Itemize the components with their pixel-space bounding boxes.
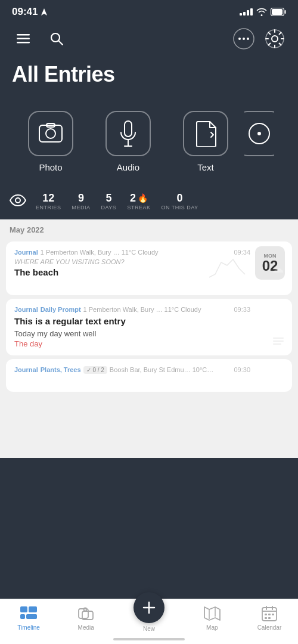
entry-plants[interactable]: Journal Plants, Trees ✓ 0 / 2 Boosh Bar,… (6, 359, 292, 392)
nav-timeline[interactable]: Timeline (0, 605, 57, 631)
map-icon (204, 605, 221, 622)
entry2-highlight: The day (14, 339, 284, 348)
stats-row: 12 ENTRIES 9 MEDIA 5 DAYS 2 🔥 STREAK 0 O… (0, 184, 298, 219)
svg-marker-0 (41, 8, 47, 16)
section-header: May 2022 (0, 219, 298, 238)
date-group: Journal 1 Pemberton Walk, Bury … 11°C Cl… (0, 242, 298, 392)
svg-rect-50 (265, 614, 267, 615)
battery-icon (271, 8, 286, 16)
new-label: New (143, 626, 155, 632)
entries-section: May 2022 Journal 1 Pemberton Walk, Bury … (0, 219, 298, 458)
lines-icon (273, 338, 284, 348)
nav-left (12, 27, 68, 50)
nav-calendar[interactable]: Calendar (241, 605, 298, 631)
status-icons (240, 8, 286, 16)
quick-add-section: Photo Audio Text (0, 99, 298, 184)
svg-rect-52 (272, 614, 274, 615)
svg-rect-54 (268, 617, 271, 619)
svg-line-20 (280, 44, 281, 45)
svg-point-30 (257, 132, 261, 135)
svg-point-31 (15, 198, 20, 203)
menu-button[interactable] (12, 27, 35, 50)
svg-rect-32 (273, 338, 284, 339)
svg-line-21 (280, 33, 281, 35)
entry3-check: ✓ 0 / 2 (83, 366, 107, 374)
stat-media: 9 MEDIA (72, 193, 91, 210)
entry1-graph (206, 242, 254, 295)
svg-rect-26 (125, 121, 132, 137)
audio-icon-box (105, 111, 151, 156)
photo-icon-box (28, 111, 73, 156)
svg-rect-53 (265, 617, 267, 619)
nav-right (232, 27, 286, 50)
new-add-button[interactable] (134, 592, 164, 623)
svg-rect-3 (272, 9, 283, 15)
timeline-label: Timeline (17, 624, 39, 631)
more-button[interactable] (232, 27, 255, 50)
eye-icon[interactable] (10, 194, 26, 209)
text-label: Text (197, 162, 214, 172)
svg-rect-38 (26, 614, 37, 619)
svg-point-41 (84, 608, 87, 611)
svg-point-14 (272, 36, 278, 42)
search-button[interactable] (45, 27, 68, 50)
entry2-time: 09:33 (234, 306, 250, 313)
page-title: All Entries (12, 62, 286, 87)
entry3-journal: Journal (14, 366, 38, 373)
nav-map[interactable]: Map (184, 605, 241, 631)
svg-rect-34 (273, 343, 281, 345)
nav-media[interactable]: Media (57, 605, 114, 631)
map-label: Map (206, 624, 218, 631)
photo-label: Photo (39, 162, 62, 172)
svg-rect-5 (17, 38, 30, 40)
stat-days: 5 DAYS (101, 193, 117, 210)
status-time: 09:41 (12, 6, 47, 18)
quick-add-more[interactable] (244, 111, 274, 172)
svg-rect-2 (285, 10, 286, 14)
stat-streak: 2 🔥 STREAK (127, 193, 150, 210)
svg-rect-37 (20, 614, 25, 619)
media-icon (77, 605, 94, 622)
svg-rect-6 (17, 42, 30, 44)
weather-icon: ☁ (272, 261, 284, 275)
text-icon-box (183, 111, 228, 156)
calendar-icon (261, 605, 278, 622)
svg-line-19 (269, 33, 271, 35)
nav-new[interactable]: New (114, 604, 183, 632)
bottom-nav: Timeline Media New (0, 599, 298, 644)
svg-point-11 (243, 38, 245, 40)
entry-text[interactable]: Journal Daily Prompt 1 Pemberton Walk, B… (6, 299, 292, 355)
stat-on-this-day: 0 ON THIS DAY (161, 193, 198, 210)
entry2-title: This is a regular text entry (14, 315, 284, 327)
svg-rect-23 (39, 125, 62, 142)
home-indicator (113, 638, 185, 640)
svg-rect-35 (20, 606, 27, 612)
settings-button[interactable] (263, 27, 286, 50)
timeline-icon (20, 605, 37, 622)
entry2-tag: Daily Prompt (41, 306, 81, 313)
svg-rect-51 (268, 614, 271, 615)
quick-add-items: Photo Audio Text (0, 111, 274, 172)
quick-add-text[interactable]: Text (167, 111, 244, 172)
audio-label: Audio (117, 162, 139, 172)
signal-icon (240, 8, 253, 16)
fire-icon: 🔥 (138, 193, 148, 203)
wifi-icon (256, 8, 267, 16)
entry2-journal: Journal (14, 306, 38, 313)
svg-point-24 (46, 129, 55, 138)
entry3-time: 09:30 (234, 366, 250, 373)
svg-rect-33 (273, 340, 284, 342)
top-nav (0, 21, 298, 56)
svg-rect-36 (29, 606, 37, 612)
calendar-label: Calendar (257, 624, 282, 631)
svg-point-12 (247, 38, 249, 40)
svg-rect-4 (17, 34, 30, 36)
more-icon-box (244, 111, 274, 156)
entry1-journal: Journal (14, 249, 38, 256)
stat-entries: 12 ENTRIES (36, 193, 61, 210)
entry-beach[interactable]: Journal 1 Pemberton Walk, Bury … 11°C Cl… (6, 242, 292, 295)
svg-point-10 (238, 38, 241, 40)
page-title-section: All Entries (0, 56, 298, 99)
quick-add-photo[interactable]: Photo (12, 111, 89, 172)
quick-add-audio[interactable]: Audio (89, 111, 167, 172)
